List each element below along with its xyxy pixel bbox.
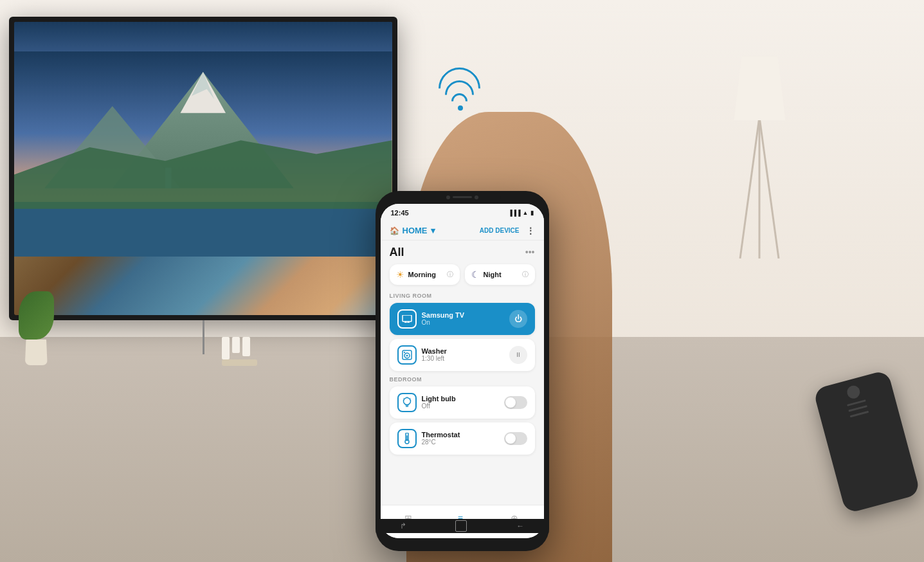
tv-device-icon [397,309,417,329]
home-icon: 🏠 [390,226,399,235]
samsung-tv-card[interactable]: Samsung TV On ⏻ [390,303,535,335]
washer-status: 1:30 left [422,355,504,362]
thermostat-status: 28°C [422,439,499,446]
light-bulb-name: Light bulb [422,395,499,403]
samsung-tv-info: Samsung TV On [422,311,504,326]
morning-routine-card[interactable]: ☀ Morning ⓘ [390,264,460,285]
routine-row: ☀ Morning ⓘ ☾ Night ⓘ [390,264,535,285]
svg-point-17 [406,354,408,356]
floor-lamp [734,56,785,258]
status-icons: ▐▐▐ ▲ ▮ [508,210,533,216]
android-nav-bar: ↱ ← [376,519,549,533]
moon-icon: ☾ [471,269,480,280]
tv-screen [14,22,392,315]
bedroom-label: BEDROOM [390,376,535,383]
morning-routine-left: ☀ Morning [396,269,436,280]
home-button[interactable] [455,520,467,532]
status-bar: 12:45 ▐▐▐ ▲ ▮ [381,204,544,222]
thermostat-toggle[interactable] [504,432,527,445]
app-content: All ••• ☀ Morning ⓘ ☾ [381,240,544,494]
phone: 12:45 ▐▐▐ ▲ ▮ 🏠 HOME ▾ ADD DEVICE ⋮ [376,191,549,551]
light-bulb-info: Light bulb Off [422,395,499,410]
washer-info: Washer 1:30 left [422,347,504,362]
recent-apps-button[interactable]: ↱ [400,521,406,530]
section-title-row: All ••• [390,246,535,259]
wifi-signal-icon [434,68,485,113]
svg-line-23 [403,398,404,399]
bedroom-section: BEDROOM [390,376,535,455]
back-button[interactable]: ← [516,521,524,530]
washer-name: Washer [422,347,504,355]
room-background: 12:45 ▐▐▐ ▲ ▮ 🏠 HOME ▾ ADD DEVICE ⋮ [0,0,924,562]
phone-screen: 12:45 ▐▐▐ ▲ ▮ 🏠 HOME ▾ ADD DEVICE ⋮ [381,204,544,538]
svg-rect-5 [14,202,392,257]
light-bulb-status: Off [422,403,499,410]
home-label: HOME [403,226,428,235]
wifi-icon: ▲ [523,210,529,216]
light-bulb-toggle[interactable] [504,396,527,409]
samsung-tv-name: Samsung TV [422,311,504,319]
thermostat-toggle-knob [505,433,516,444]
washer-card[interactable]: Washer 1:30 left ⏸ [390,339,535,371]
svg-line-10 [759,117,779,258]
morning-info-icon[interactable]: ⓘ [447,270,453,279]
header-actions: ADD DEVICE ⋮ [480,226,535,236]
sun-icon: ☀ [396,269,404,280]
tv-frame [9,17,397,320]
status-time: 12:45 [391,209,409,217]
home-title[interactable]: 🏠 HOME ▾ [390,226,435,235]
thermostat-info: Thermostat 28°C [422,431,499,446]
battery-icon: ▮ [530,210,534,216]
living-room-section: LIVING ROOM Samsung TV [390,293,535,371]
svg-rect-27 [406,435,408,440]
samsung-tv-status: On [422,319,504,326]
all-title: All [390,246,404,259]
plant [19,291,54,365]
dropdown-chevron-icon: ▾ [431,226,435,235]
thermostat-card[interactable]: Thermostat 28°C [390,422,535,455]
night-routine-left: ☾ Night [471,269,502,280]
header-menu-button[interactable]: ⋮ [526,226,535,236]
svg-line-8 [740,117,759,258]
night-routine-label: Night [484,271,502,278]
thermostat-device-icon [397,429,417,448]
add-device-button[interactable]: ADD DEVICE [480,227,520,234]
candles [222,337,250,359]
tv-container [9,17,397,354]
thermostat-name: Thermostat [422,431,499,439]
svg-point-19 [403,397,410,404]
svg-rect-11 [403,315,412,322]
morning-routine-label: Morning [408,271,436,278]
tv-stand [203,320,204,354]
samsung-tv-power-button[interactable]: ⏻ [509,310,527,328]
night-info-icon[interactable]: ⓘ [522,270,529,279]
living-room-label: LIVING ROOM [390,293,535,299]
light-bulb-device-icon [397,393,417,412]
svg-rect-18 [404,352,405,353]
app-header: 🏠 HOME ▾ ADD DEVICE ⋮ [381,222,544,240]
night-routine-card[interactable]: ☾ Night ⓘ [465,264,535,285]
more-options[interactable]: ••• [525,247,535,257]
toggle-knob [505,397,516,408]
washer-pause-button[interactable]: ⏸ [509,346,527,364]
svg-line-24 [410,398,411,399]
washer-device-icon [397,345,417,365]
signal-icon: ▐▐▐ [508,210,520,216]
phone-notch [424,191,501,204]
light-bulb-card[interactable]: Light bulb Off [390,386,535,419]
